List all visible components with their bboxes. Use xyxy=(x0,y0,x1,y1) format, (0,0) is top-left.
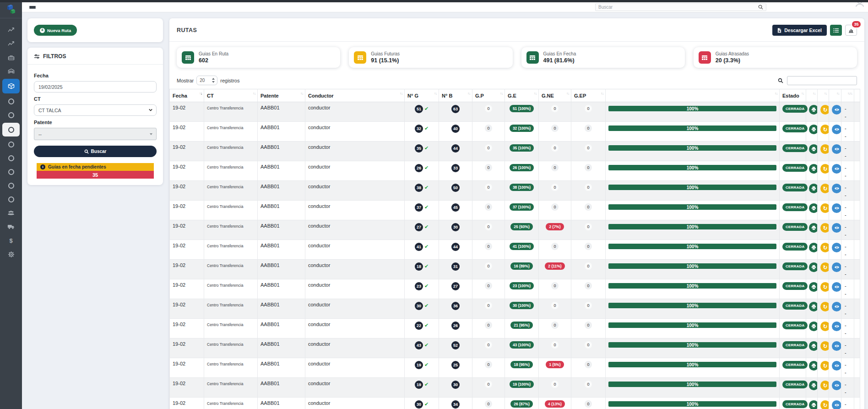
view-button[interactable] xyxy=(832,400,841,409)
cell-estado: CERRADA xyxy=(780,161,806,181)
cell-gne: 4 (13%) xyxy=(539,398,571,409)
sidebar-item-users[interactable] xyxy=(0,206,22,220)
view-button[interactable] xyxy=(832,243,841,252)
cell-ng: 19✔ xyxy=(405,378,439,398)
table-search-input[interactable] xyxy=(787,76,857,85)
cell-gep: 0 xyxy=(571,279,606,299)
sidebar-item-6[interactable] xyxy=(0,165,22,179)
percent-badge: 0 xyxy=(551,105,559,112)
col-extra[interactable]: ↑↓↑↓ xyxy=(841,89,854,102)
sidebar-item-7[interactable] xyxy=(0,179,22,192)
sidebar-item-warehouse[interactable] xyxy=(0,64,22,78)
col-gp[interactable]: G.P↑↓ xyxy=(472,89,505,102)
cell-gne: 2 (11%) xyxy=(539,260,571,279)
check-icon: ✔ xyxy=(424,165,429,171)
sidebar-item-5[interactable] xyxy=(0,151,22,165)
cell-gep: 0 xyxy=(571,299,606,319)
count-badge: 52 xyxy=(451,341,460,349)
status-badge: CERRADA xyxy=(782,203,808,211)
view-button[interactable] xyxy=(832,262,841,272)
view-button[interactable] xyxy=(832,184,841,193)
cell-gp: 0 xyxy=(472,181,505,201)
view-button[interactable] xyxy=(832,164,841,174)
col-action-3[interactable]: ↑↓ xyxy=(829,89,841,102)
col-action-1[interactable]: ↑↓ xyxy=(806,89,818,102)
cell-view xyxy=(829,398,841,409)
cell-ng: 18✔ xyxy=(405,260,439,279)
sidebar-item-reports[interactable] xyxy=(0,37,22,50)
progress-bar: 100% xyxy=(608,125,776,131)
sidebar-item-truck[interactable] xyxy=(0,220,22,234)
app-logo[interactable] xyxy=(0,0,22,18)
fecha-label: Fecha xyxy=(34,73,157,78)
view-button[interactable] xyxy=(832,144,841,154)
sort-icon: ↑↓ xyxy=(199,92,202,96)
view-button[interactable] xyxy=(832,341,841,351)
list-view-button[interactable] xyxy=(830,25,842,36)
chart-view-button[interactable]: 35 xyxy=(845,25,857,36)
col-ct[interactable]: CT↑↓ xyxy=(204,89,258,102)
sidebar-item-8[interactable] xyxy=(0,192,22,206)
global-search-input[interactable] xyxy=(596,5,758,10)
sort-icon: ↑↓ xyxy=(300,92,303,96)
cell-patente: AABB01 xyxy=(258,142,305,161)
sidebar-item-billing[interactable]: $ xyxy=(0,234,22,247)
cell-conductor: conductor xyxy=(305,378,405,398)
col-progress[interactable]: ↑↓ xyxy=(606,89,780,102)
percent-badge: 2 (11%) xyxy=(545,262,564,270)
cell-view xyxy=(829,279,841,299)
fecha-input[interactable] xyxy=(34,81,157,93)
cell-gep: 0 xyxy=(571,161,606,181)
cell-patente: AABB01 xyxy=(258,319,305,338)
col-action-2[interactable]: ↑↓ xyxy=(818,89,829,102)
col-conductor[interactable]: Conductor↑↓ xyxy=(305,89,405,102)
check-icon: ✔ xyxy=(424,244,429,250)
col-gep[interactable]: G.EP↑↓ xyxy=(571,89,606,102)
cell-fecha: 19-02 xyxy=(170,398,204,409)
cell-ng: 43✔ xyxy=(405,338,439,358)
buscar-button[interactable]: Buscar xyxy=(34,146,157,157)
col-ng[interactable]: N° G↑↓ xyxy=(405,89,439,102)
view-button[interactable] xyxy=(832,223,841,233)
cell-dash: -- xyxy=(841,201,854,220)
sidebar-item-1[interactable] xyxy=(0,94,22,108)
patente-select[interactable]: -- xyxy=(34,128,157,140)
col-estado[interactable]: Estado↑↓ xyxy=(780,89,806,102)
count-badge: 32 xyxy=(415,125,423,133)
view-button[interactable] xyxy=(832,381,841,390)
new-route-button[interactable]: + Nueva Ruta xyxy=(34,25,77,36)
sidebar-item-toolbox[interactable] xyxy=(0,50,22,64)
hamburger-menu-icon[interactable] xyxy=(29,4,36,9)
sidebar-item-3-highlighted[interactable] xyxy=(0,122,22,137)
sidebar-item-2[interactable] xyxy=(0,108,22,122)
printer-icon xyxy=(811,206,816,211)
sidebar-item-settings[interactable] xyxy=(0,247,22,261)
view-button[interactable] xyxy=(832,125,841,134)
col-gne[interactable]: G.NE↑↓ xyxy=(539,89,571,102)
progress-bar: 100% xyxy=(608,302,776,308)
col-patente[interactable]: Patente↑↓ xyxy=(258,89,305,102)
view-button[interactable] xyxy=(832,361,841,371)
circle-icon xyxy=(8,98,14,104)
col-fecha[interactable]: Fecha↑↓ xyxy=(170,89,204,102)
cell-ct: Centro Transferencia xyxy=(204,260,258,279)
download-excel-button[interactable]: Descargar Excel xyxy=(772,25,827,36)
view-button[interactable] xyxy=(832,203,841,213)
page-size-select[interactable]: 20 xyxy=(196,76,217,85)
sidebar-item-dashboard[interactable] xyxy=(0,23,22,37)
printer-icon xyxy=(811,186,816,191)
sidebar-item-4[interactable] xyxy=(0,137,22,151)
view-button[interactable] xyxy=(832,302,841,311)
search-icon[interactable] xyxy=(758,5,763,10)
view-button[interactable] xyxy=(832,105,841,115)
cell-estado: CERRADA xyxy=(780,260,806,279)
percent-badge: 0 xyxy=(551,203,559,211)
view-button[interactable] xyxy=(832,282,841,292)
cell-progress: 100% xyxy=(606,378,780,398)
check-icon: ✔ xyxy=(424,125,429,131)
col-ge[interactable]: G.E↑↓ xyxy=(505,89,539,102)
ct-select[interactable]: CT TALCA xyxy=(34,104,157,116)
view-button[interactable] xyxy=(832,322,841,331)
col-nb[interactable]: N° B↑↓ xyxy=(439,89,472,102)
sidebar-item-rutas-active[interactable] xyxy=(0,78,22,94)
